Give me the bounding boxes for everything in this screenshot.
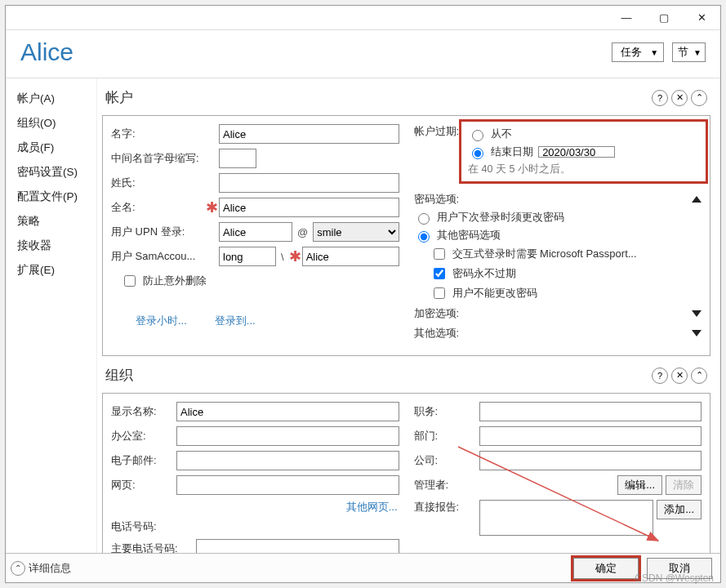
clear-manager-button[interactable]: 清除 xyxy=(666,475,702,495)
other-options-header[interactable]: 其他选项: xyxy=(414,326,702,341)
organization-panel: 组织 ? ✕ ⌃ 显示名称: 办公室: 电子邮件: 网页: xyxy=(102,363,710,553)
watermark-text: CSDN @Wespten xyxy=(635,572,714,584)
at-symbol: @ xyxy=(296,226,310,238)
chevron-up-icon: ⌃ xyxy=(11,561,25,576)
dialog-footer: ⌃ 详细信息 确定 取消 xyxy=(6,553,720,582)
initials-input[interactable] xyxy=(219,149,256,168)
password-options-header[interactable]: 密码选项: xyxy=(414,192,702,207)
titlebar: — ▢ ✕ xyxy=(6,6,720,30)
close-window-button[interactable]: ✕ xyxy=(683,6,720,30)
office-label: 办公室: xyxy=(111,429,173,443)
account-panel-title: 帐户 xyxy=(105,88,133,107)
minimize-button[interactable]: — xyxy=(608,6,645,30)
other-web-link[interactable]: 其他网页... xyxy=(346,501,398,513)
sidebar-item-organization[interactable]: 组织(O) xyxy=(6,111,96,136)
display-name-input[interactable] xyxy=(176,402,399,421)
details-label: 详细信息 xyxy=(29,561,71,576)
account-panel: 帐户 ? ✕ ⌃ 名字: xyxy=(102,85,710,356)
dialog-window: — ▢ ✕ Alice 任务 ▼ 节 ▼ 帐户(A) 组织(O) 成员(F) 密… xyxy=(5,5,721,583)
web-input[interactable] xyxy=(176,475,399,495)
initials-label: 中间名首字母缩写: xyxy=(111,151,203,166)
sidebar-item-extensions[interactable]: 扩展(E) xyxy=(6,258,96,283)
edit-manager-button[interactable]: 编辑... xyxy=(617,475,662,495)
sidebar-item-policy[interactable]: 策略 xyxy=(6,209,96,234)
chevron-up-icon xyxy=(692,196,702,203)
pwd-never-expire-checkbox[interactable] xyxy=(434,268,445,279)
sam-account-input[interactable] xyxy=(302,247,399,266)
main-content: 帐户 ? ✕ ⌃ 名字: xyxy=(97,78,720,553)
sidebar: 帐户(A) 组织(O) 成员(F) 密码设置(S) 配置文件(P) 策略 接收器… xyxy=(6,78,97,553)
pwd-other-radio[interactable] xyxy=(418,231,430,243)
pwd-cannot-change-checkbox[interactable] xyxy=(434,287,445,299)
dept-label: 部门: xyxy=(414,429,476,443)
phone-label: 电话号码: xyxy=(111,519,193,534)
name-input[interactable] xyxy=(219,124,399,144)
help-icon[interactable]: ? xyxy=(652,90,668,106)
surname-input[interactable] xyxy=(219,173,399,193)
pwd-cannot-change-label: 用户不能更改密码 xyxy=(452,286,537,301)
help-icon[interactable]: ? xyxy=(652,368,668,384)
pwd-other-label: 其他密码选项 xyxy=(437,228,501,243)
sidebar-item-profile[interactable]: 配置文件(P) xyxy=(6,185,96,209)
other-options-label: 其他选项: xyxy=(414,326,460,341)
sidebar-item-account[interactable]: 帐户(A) xyxy=(6,87,96,111)
end-date-label: 结束日期 xyxy=(491,145,533,159)
upn-label: 用户 UPN 登录: xyxy=(111,225,203,239)
dialog-title: Alice xyxy=(20,38,73,66)
ok-button[interactable]: 确定 xyxy=(573,558,639,579)
collapse-panel-icon[interactable]: ⌃ xyxy=(691,90,707,106)
close-panel-icon[interactable]: ✕ xyxy=(671,90,688,106)
main-phone-label: 主要电话号码: xyxy=(111,541,193,553)
sidebar-item-members[interactable]: 成员(F) xyxy=(6,136,96,160)
sidebar-item-password-settings[interactable]: 密码设置(S) xyxy=(6,160,96,185)
email-label: 电子邮件: xyxy=(111,453,173,468)
chevron-down-icon: ▼ xyxy=(650,48,658,57)
upn-domain-select[interactable]: smile xyxy=(313,222,399,242)
collapse-panel-icon[interactable]: ⌃ xyxy=(691,368,707,384)
end-date-input[interactable] xyxy=(538,146,615,158)
name-label: 名字: xyxy=(111,127,203,141)
passport-label: 交互式登录时需要 Microsoft Passport... xyxy=(452,247,637,261)
fullname-input[interactable] xyxy=(219,198,399,217)
dept-input[interactable] xyxy=(479,426,702,446)
upn-input[interactable] xyxy=(219,222,292,242)
sam-domain-input[interactable] xyxy=(219,247,276,266)
expire-highlight: 从不 结束日期 在 40 天 5 小时之后。 xyxy=(459,119,708,184)
logon-hours-link[interactable]: 登录小时... xyxy=(136,314,187,328)
required-icon: ✱ xyxy=(206,198,216,216)
pwd-must-change-radio[interactable] xyxy=(418,213,430,225)
job-input[interactable] xyxy=(479,402,702,421)
never-label: 从不 xyxy=(491,127,512,141)
tasks-label: 任务 xyxy=(621,45,642,60)
office-input[interactable] xyxy=(176,426,399,446)
company-input[interactable] xyxy=(479,451,702,470)
direct-reports-label: 直接报告: xyxy=(414,500,476,514)
details-toggle[interactable]: ⌃ 详细信息 xyxy=(11,561,71,576)
protect-label: 防止意外删除 xyxy=(143,274,207,288)
encrypt-options-header[interactable]: 加密选项: xyxy=(414,306,702,321)
organization-panel-title: 组织 xyxy=(105,366,133,385)
protect-checkbox[interactable] xyxy=(124,275,136,287)
pwd-must-change-label: 用户下次登录时须更改密码 xyxy=(437,210,564,225)
pwd-never-expire-label: 密码永不过期 xyxy=(452,266,516,281)
add-report-button[interactable]: 添加... xyxy=(657,500,702,519)
passport-checkbox[interactable] xyxy=(434,248,445,260)
chevron-down-icon xyxy=(692,330,702,336)
direct-reports-list[interactable] xyxy=(479,500,654,536)
logon-to-link[interactable]: 登录到... xyxy=(215,314,256,328)
surname-label: 姓氏: xyxy=(111,176,203,190)
sidebar-item-receiver[interactable]: 接收器 xyxy=(6,234,96,258)
manager-label: 管理者: xyxy=(414,478,476,492)
main-phone-input[interactable] xyxy=(196,539,399,553)
dialog-header: Alice 任务 ▼ 节 ▼ xyxy=(6,30,720,78)
required-icon: ✱ xyxy=(289,247,299,265)
email-input[interactable] xyxy=(176,451,399,470)
section-dropdown[interactable]: 节 ▼ xyxy=(672,42,706,62)
tasks-dropdown[interactable]: 任务 ▼ xyxy=(612,42,664,62)
password-options-label: 密码选项: xyxy=(414,192,460,207)
maximize-button[interactable]: ▢ xyxy=(645,6,683,30)
chevron-down-icon xyxy=(692,310,702,317)
end-date-radio[interactable] xyxy=(472,148,483,159)
close-panel-icon[interactable]: ✕ xyxy=(671,368,688,384)
never-expire-radio[interactable] xyxy=(472,130,483,141)
